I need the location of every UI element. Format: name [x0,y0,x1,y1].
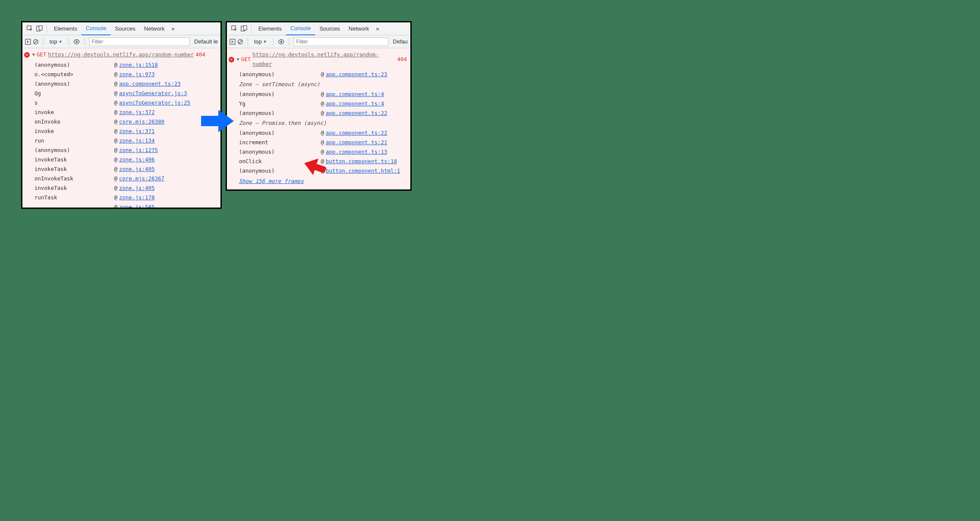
tabs-overflow-icon[interactable]: » [169,25,177,32]
frame-location-link[interactable]: app.component.ts:4 [326,90,384,99]
frame-function: (anonymous) [239,109,321,118]
sidebar-toggle-icon[interactable] [229,39,236,45]
context-selector[interactable]: top ▼ [48,38,64,45]
frame-location-link[interactable]: zone.js:178 [119,193,155,202]
frame-location-link[interactable]: zone.js:371 [119,127,155,136]
error-message[interactable]: ✕ ▼ GET https://ng-devtools.netlify.app/… [22,50,220,60]
filter-input[interactable] [294,37,388,46]
log-levels-selector[interactable]: Default le [192,38,218,45]
frame-location-link[interactable]: app.component.ts:4 [326,99,384,109]
comparison-arrow-icon [201,110,235,132]
frame-function: s [34,98,114,108]
stack-frame: increment@app.component.ts:21 [239,138,410,147]
log-levels-selector[interactable]: Defau [390,38,408,45]
eye-icon[interactable] [278,39,285,44]
frame-function: invoke [34,108,114,117]
context-label: top [254,38,262,45]
tab-sources[interactable]: Sources [111,22,140,35]
frame-function: run [34,136,114,146]
frame-function: (anonymous) [34,60,114,70]
clear-console-icon[interactable] [33,39,39,45]
stack-frame: onInvoke@core.mjs:26380 [34,117,220,127]
frame-location-link[interactable]: app.component.ts:23 [326,70,388,79]
tab-network[interactable]: Network [344,22,374,35]
http-method: GET [241,55,251,64]
frame-location-link[interactable]: zone.js:973 [119,70,155,79]
frame-function: invokeTask [34,164,114,174]
tab-network[interactable]: Network [140,22,169,35]
frame-location-link[interactable]: asyncToGenerator.js:25 [119,98,191,108]
clear-console-icon[interactable] [237,39,243,45]
console-toolbar: top ▼ Defau [227,35,410,48]
frame-location-link[interactable]: core.mjs:26367 [119,174,164,183]
at-symbol: @ [114,79,118,89]
frame-location-link[interactable]: button.component.html:1 [326,166,400,176]
tabs-bar: Elements Console Sources Network » [227,22,410,35]
frame-location-link[interactable]: core.mjs:26380 [119,117,164,127]
svg-rect-9 [243,25,247,30]
divider [47,25,47,33]
stack-frame: (anonymous)@zone.js:1518 [34,60,220,70]
frame-location-link[interactable]: zone.js:405 [119,164,155,174]
stack-frame: invoke@zone.js:372 [34,108,220,117]
frame-location-link[interactable]: zone.js:1518 [119,60,158,70]
eye-icon[interactable] [73,39,80,44]
frame-location-link[interactable]: app.component.ts:13 [326,147,388,157]
tab-console[interactable]: Console [81,22,111,35]
frame-location-link[interactable]: zone.js:406 [119,155,155,164]
frame-location-link[interactable]: app.component.ts:22 [326,128,388,138]
frame-function: increment [239,138,321,147]
at-symbol: @ [114,174,118,183]
inspect-icon[interactable] [229,24,239,34]
frame-location-link[interactable]: zone.js:372 [119,108,155,117]
frame-function: invoke [34,127,114,136]
frame-location-link[interactable]: asyncToGenerator.js:3 [119,89,187,98]
context-selector[interactable]: top ▼ [252,38,269,45]
frame-function: Qg [34,89,114,98]
svg-point-6 [76,40,78,42]
stack-frame: (anonymous)@zone.js:1275 [34,146,220,155]
request-url[interactable]: https://ng-devtools.netlify.app/random-n… [48,50,194,59]
stack-frame: invokeTask@zone.js:405 [34,183,220,193]
inspect-icon[interactable] [25,24,34,34]
stack-frame: (anonymous)@app.component.ts:23 [239,70,410,79]
tab-elements[interactable]: Elements [254,22,286,35]
at-symbol: @ [114,183,118,193]
error-message[interactable]: ✕ ▼ GET https://ng-devtools.netlify.app/… [227,50,410,70]
error-icon: ✕ [24,52,30,58]
request-url[interactable]: https://ng-devtools.netlify.app/random-n… [252,50,395,69]
frame-location-link[interactable]: zone.js:1275 [119,146,158,155]
tabs-overflow-icon[interactable]: » [373,25,381,32]
http-method: GET [37,50,47,59]
device-toggle-icon[interactable] [239,24,248,34]
frame-location-link[interactable]: app.component.ts:22 [326,109,388,118]
svg-line-12 [239,40,242,43]
expand-toggle-icon[interactable]: ▼ [237,55,239,64]
frame-function: onInvokeTask [34,174,114,183]
expand-toggle-icon[interactable]: ▼ [32,50,35,59]
filter-input[interactable] [89,37,190,46]
frame-function: _ [34,202,114,209]
frame-location-link[interactable]: app.component.ts:21 [326,138,388,147]
at-symbol: @ [321,90,324,99]
frame-location-link[interactable]: zone.js:405 [119,183,155,193]
stack-frame: s@asyncToGenerator.js:25 [34,98,220,108]
frame-location-link[interactable]: zone.js:134 [119,136,155,146]
at-symbol: @ [114,60,118,70]
tab-sources[interactable]: Sources [315,22,344,35]
show-more-frames-link[interactable]: Show 156 more frames [239,176,304,186]
svg-line-5 [34,40,37,43]
stack-frame: onInvokeTask@core.mjs:26367 [34,174,220,183]
svg-rect-2 [39,25,42,30]
frame-location-link[interactable]: zone.js:585 [119,202,155,209]
at-symbol: @ [114,136,118,146]
tab-elements[interactable]: Elements [50,22,81,35]
console-prompt[interactable]: › [227,189,410,191]
frame-location-link[interactable]: app.component.ts:23 [119,79,181,89]
tab-console[interactable]: Console [286,22,315,35]
frame-location-link[interactable]: button.component.ts:18 [326,157,397,166]
divider [84,38,85,46]
sidebar-toggle-icon[interactable] [25,39,31,45]
frame-function: (anonymous) [239,70,321,79]
device-toggle-icon[interactable] [34,24,44,34]
